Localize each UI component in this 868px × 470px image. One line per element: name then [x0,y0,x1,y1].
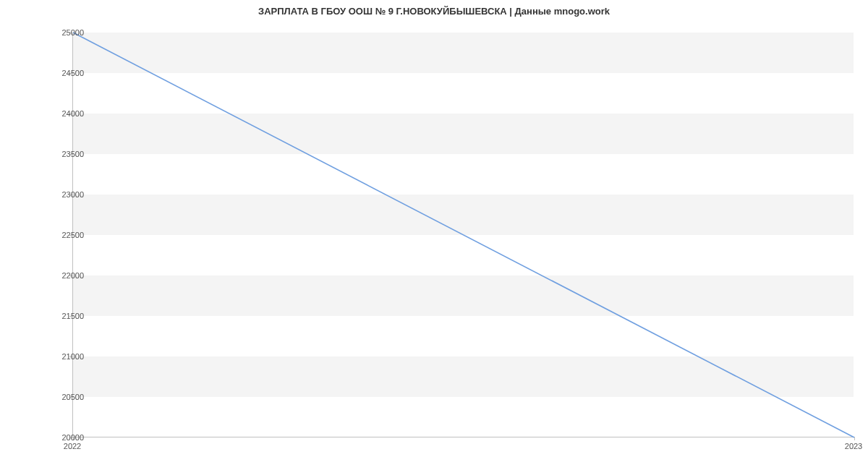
x-tick-label: 2023 [845,442,862,450]
y-tick-label: 24000 [41,109,84,118]
y-tick-label: 20500 [41,393,84,401]
y-tick-label: 24500 [41,69,84,77]
y-tick-label: 22000 [41,271,84,280]
y-tick-label: 23500 [41,150,84,158]
y-tick-label: 23000 [41,190,84,199]
y-tick-label: 25000 [41,28,84,37]
y-tick-label: 21500 [41,312,84,320]
x-tick-mark [854,437,855,440]
chart-container: ЗАРПЛАТА В ГБОУ ООШ № 9 Г.НОВОКУЙБЫШЕВСК… [0,0,868,470]
y-tick-label: 22500 [41,231,84,239]
plot-area [72,33,854,437]
chart-title: ЗАРПЛАТА В ГБОУ ООШ № 9 Г.НОВОКУЙБЫШЕВСК… [0,6,868,17]
y-tick-label: 20000 [41,433,84,442]
x-tick-label: 2022 [64,442,81,450]
y-tick-label: 21000 [41,352,84,361]
line-layer [73,33,854,437]
data-line [73,33,854,437]
